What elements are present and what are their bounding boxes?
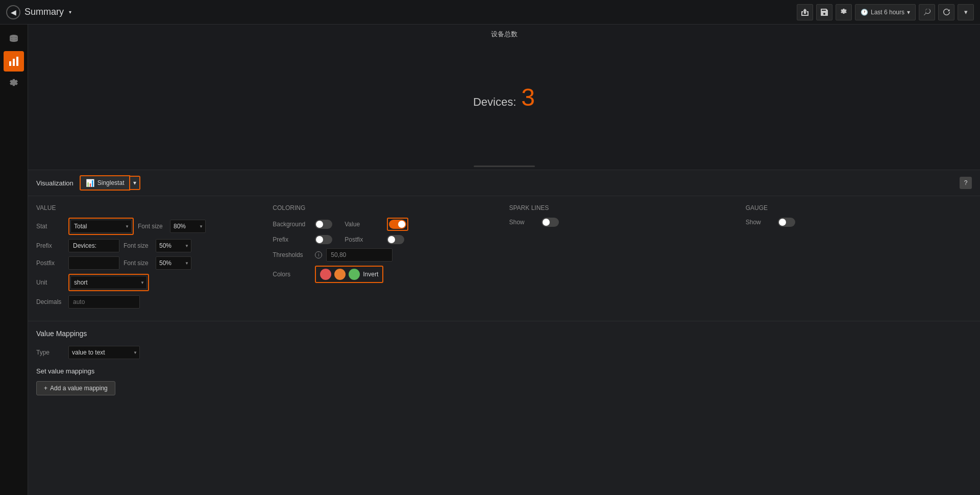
postfix-font-size-select[interactable]: 50% 60% 80% 100% <box>156 256 191 270</box>
font-size-select[interactable]: 80% 50% 60% 100% <box>170 220 206 233</box>
back-button[interactable]: ◀ <box>6 5 20 19</box>
prefix-coloring-toggle-knob <box>316 236 323 243</box>
title-dropdown-icon[interactable]: ▾ <box>69 9 71 15</box>
viz-selector-button[interactable]: 📊 Singlestat <box>80 175 131 191</box>
postfix-label: Postfix <box>36 260 64 267</box>
gauge-show-label: Show <box>746 219 774 226</box>
postfix-row: Postfix Font size 50% 60% 80% 100% <box>36 256 262 270</box>
help-button[interactable]: ? <box>960 177 972 189</box>
postfix-input[interactable] <box>68 256 119 270</box>
sidebar <box>0 25 28 495</box>
svg-rect-2 <box>13 59 15 66</box>
svg-rect-3 <box>16 57 18 66</box>
viz-header: Visualization 📊 Singlestat ▾ ? <box>28 170 980 196</box>
color2-swatch[interactable] <box>334 269 346 280</box>
sidebar-item-database[interactable] <box>4 29 24 49</box>
postfix-coloring-toggle[interactable] <box>387 235 404 244</box>
coloring-section-title: Coloring <box>273 204 499 211</box>
stat-select-wrapper: Total Average Min Max Current <box>70 220 132 233</box>
thresholds-label: Thresholds <box>273 251 311 258</box>
color1-swatch[interactable] <box>320 269 331 280</box>
svg-point-0 <box>10 35 18 38</box>
save-button[interactable] <box>816 4 832 20</box>
topbar-left: ◀ Summary ▾ <box>6 5 71 19</box>
colors-row: Colors Invert <box>273 266 499 283</box>
settings-button[interactable] <box>836 4 852 20</box>
gauge-toggle[interactable] <box>778 218 795 227</box>
main-layout: 设备总数 Devices: 3 Visualization 📊 Singlest… <box>0 25 980 495</box>
decimals-row: Decimals <box>36 295 262 309</box>
unit-label: Unit <box>36 279 64 286</box>
stat-row: Stat Total Average Min Max Current <box>36 218 262 235</box>
spark-lines-show-label: Show <box>509 219 537 226</box>
font-size-label: Font size <box>138 223 166 230</box>
type-select[interactable]: value to text range to text <box>68 346 140 359</box>
chart-icon <box>9 56 19 66</box>
thresholds-info-icon[interactable]: i <box>315 251 322 258</box>
stat-select[interactable]: Total Average Min Max Current <box>70 220 132 233</box>
unit-row: Unit short none percent <box>36 274 262 291</box>
search-button[interactable] <box>919 4 935 20</box>
settings-grid: Value Stat Total Average Min Max <box>28 196 980 321</box>
thresholds-row: Thresholds i <box>273 248 499 262</box>
refresh-dropdown-icon: ▾ <box>964 8 968 16</box>
time-range-button[interactable]: 🕐 Last 6 hours ▾ <box>855 4 916 20</box>
invert-label[interactable]: Invert <box>363 271 378 278</box>
value-toggle[interactable] <box>389 220 406 229</box>
topbar-right: 🕐 Last 6 hours ▾ ▾ <box>797 4 974 20</box>
share-button[interactable] <box>797 4 813 20</box>
scroll-indicator <box>474 166 535 167</box>
viz-selector: 📊 Singlestat ▾ <box>80 175 141 191</box>
viz-selector-label: Singlestat <box>97 179 125 186</box>
search-icon <box>924 9 930 15</box>
sidebar-item-settings[interactable] <box>4 74 24 94</box>
font-size-select-wrapper: 80% 50% 60% 100% <box>170 220 206 233</box>
value-mappings-title: Value Mappings <box>36 329 972 338</box>
decimals-input[interactable] <box>68 295 140 309</box>
background-toggle[interactable] <box>315 220 332 229</box>
postfix-coloring-toggle-knob <box>388 236 395 243</box>
panel-preview: 设备总数 Devices: 3 <box>28 25 980 170</box>
viz-label: Visualization <box>36 179 74 187</box>
sidebar-item-chart[interactable] <box>4 51 24 72</box>
add-mapping-label: Add a value mapping <box>50 385 108 392</box>
type-label: Type <box>36 349 64 356</box>
prefix-coloring-toggle[interactable] <box>315 235 332 244</box>
background-row: Background Value <box>273 218 499 231</box>
svg-rect-1 <box>9 61 11 66</box>
refresh-dropdown-button[interactable]: ▾ <box>958 4 974 20</box>
coloring-section: Coloring Background Value <box>273 204 499 313</box>
panel-label: Devices: <box>473 96 516 109</box>
spark-lines-toggle[interactable] <box>542 218 559 227</box>
share-icon <box>801 9 808 16</box>
stat-outline-box: Total Average Min Max Current <box>68 218 134 235</box>
panel-title: 设备总数 <box>28 30 980 39</box>
time-range-label: Last 6 hours <box>871 9 904 16</box>
plus-icon: + <box>44 385 47 392</box>
spark-lines-show-row: Show <box>509 218 736 227</box>
value-coloring-label: Value <box>345 221 383 228</box>
panel-value-display: Devices: 3 <box>473 83 535 111</box>
add-mapping-button[interactable]: + Add a value mapping <box>36 381 115 395</box>
gear-icon <box>9 79 19 89</box>
thresholds-input[interactable] <box>326 248 393 262</box>
prefix-input[interactable] <box>68 239 119 252</box>
topbar: ◀ Summary ▾ 🕐 Last 6 hours ▾ <box>0 0 980 25</box>
dashboard-title[interactable]: Summary <box>24 7 64 17</box>
prefix-font-size-select[interactable]: 50% 60% 80% 100% <box>156 239 191 252</box>
prefix-label: Prefix <box>36 242 64 249</box>
color3-swatch[interactable] <box>349 269 360 280</box>
unit-select[interactable]: short none percent <box>70 276 147 289</box>
type-row: Type value to text range to text <box>36 346 972 359</box>
back-icon: ◀ <box>11 8 16 16</box>
refresh-button[interactable] <box>938 4 954 20</box>
database-icon <box>9 34 19 44</box>
postfix-font-size-wrapper: 50% 60% 80% 100% <box>156 256 191 270</box>
decimals-label: Decimals <box>36 298 64 305</box>
viz-dropdown-button[interactable]: ▾ <box>130 176 140 190</box>
colors-label: Colors <box>273 271 311 278</box>
colors-outline-box: Invert <box>315 266 383 283</box>
gauge-section: Gauge Show <box>746 204 972 313</box>
time-dropdown-icon: ▾ <box>907 9 910 16</box>
content-area: 设备总数 Devices: 3 Visualization 📊 Singlest… <box>28 25 980 495</box>
